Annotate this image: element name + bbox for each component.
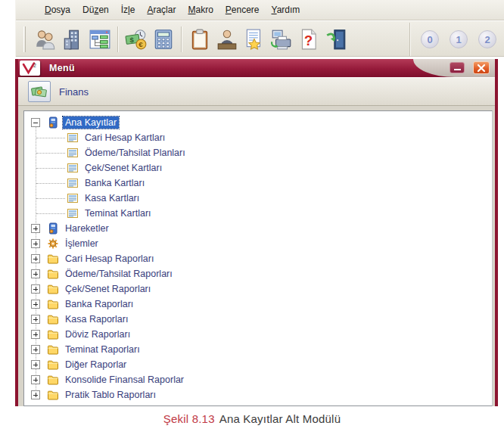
svg-text:?: ? [304, 33, 313, 48]
tree-item-ana-kayitlar[interactable]: Ana Kayıtlar [24, 115, 492, 130]
expand-toggle[interactable] [31, 118, 40, 127]
tree-item-pratik-tablo-raporlari[interactable]: Pratik Tablo Raporları [24, 387, 492, 402]
finans-bar: Finans [18, 77, 495, 106]
building-button[interactable] [59, 26, 86, 53]
folder-icon [47, 253, 59, 265]
folder-icon [47, 313, 59, 325]
money-icon [31, 84, 48, 99]
tree-item-cek-senet-kartlari[interactable]: Çek/Senet Kartları [24, 160, 492, 176]
tree-item-banka-kartlari[interactable]: Banka Kartları [24, 176, 492, 191]
tree-item-label: Teminat Kartları [82, 207, 154, 219]
tree-item-label: Döviz Raporları [63, 328, 132, 340]
users-button[interactable] [32, 26, 59, 53]
folder-icon [47, 283, 59, 295]
menu-item-pencere[interactable]: Pencere [219, 2, 266, 18]
menu-tree: Ana KayıtlarCari Hesap KartlarıÖdeme/Tah… [23, 110, 493, 406]
reception-icon [216, 28, 238, 51]
gear-icon [47, 238, 59, 250]
calculator-button[interactable] [150, 26, 177, 53]
toolbar-grip[interactable] [23, 26, 26, 52]
tree-item-odeme-tahsilat-planlari[interactable]: Ödeme/Tahsilat Planları [24, 145, 492, 160]
expand-toggle[interactable] [31, 375, 40, 384]
calculator-icon [152, 28, 175, 51]
svg-text:2: 2 [33, 63, 36, 68]
tree-item-diger-raporlar[interactable]: Diğer Raporlar [24, 357, 492, 372]
tree-item-odeme-tahsilat-raporlari[interactable]: Ödeme/Tahsilat Raporları [24, 266, 492, 281]
titlebar[interactable]: 2 Menü [18, 59, 495, 77]
menu-item-dosya[interactable]: Dosya [39, 2, 76, 18]
tree-item-label: Teminat Raporları [63, 343, 142, 356]
minimize-button[interactable] [450, 62, 465, 73]
menubar: DosyaDüzenİzleAraçlarMakroPencereYardım [16, 0, 504, 20]
reception-button[interactable] [213, 26, 241, 53]
expand-toggle[interactable] [31, 239, 40, 248]
window-slot-button-1[interactable]: 1 [450, 30, 468, 48]
tree-item-i-slemler[interactable]: İşlemler [24, 236, 492, 251]
finans-module-button[interactable] [28, 81, 51, 102]
tree-item-kasa-kartlari[interactable]: Kasa Kartları [24, 191, 492, 206]
module-icon [47, 222, 59, 235]
expand-toggle[interactable] [31, 315, 40, 324]
svg-text:€: € [138, 40, 143, 48]
tree-item-label: Kasa Raporları [63, 313, 130, 325]
tree-connector-line [36, 213, 65, 214]
tree-item-konsolide-finansal-raporlar[interactable]: Konsolide Finansal Raporlar [24, 372, 492, 387]
org-window-button[interactable] [86, 26, 114, 53]
expand-toggle[interactable] [31, 224, 40, 233]
expand-toggle[interactable] [31, 330, 40, 339]
menu-item-makro[interactable]: Makro [182, 2, 219, 18]
menu-item-yardim[interactable]: Yardım [266, 2, 306, 18]
folder-icon [47, 389, 59, 401]
document-star-button[interactable] [241, 26, 268, 53]
tree-item-label: Çek/Senet Kartları [82, 162, 164, 174]
close-icon [477, 64, 486, 73]
menu-item-araclar[interactable]: Araçlar [141, 2, 182, 18]
folder-icon [47, 343, 59, 356]
window-slot-button-0[interactable]: 0 [421, 30, 439, 48]
tree-item-label: Kasa Kartları [82, 192, 142, 204]
card-icon [67, 147, 79, 159]
tree-item-teminat-raporlari[interactable]: Teminat Raporları [24, 342, 492, 357]
exit-door-icon [325, 28, 347, 51]
building-icon [61, 28, 84, 51]
expand-toggle[interactable] [31, 390, 40, 399]
tree-item-label: Cari Hesap Raporları [63, 253, 156, 265]
expand-toggle[interactable] [31, 284, 40, 294]
tree-item-cek-senet-raporlari[interactable]: Çek/Senet Raporları [24, 281, 492, 297]
menu-item-i-zle[interactable]: İzle [115, 2, 142, 18]
window-switcher: 012 [409, 23, 504, 56]
menu-item-duzen[interactable]: Düzen [76, 2, 115, 18]
tree-item-label: Ana Kayıtlar [63, 117, 119, 129]
folder-icon [47, 374, 59, 386]
tree-item-cari-hesap-raporlari[interactable]: Cari Hesap Raporları [24, 251, 492, 266]
tree-item-doviz-raporlari[interactable]: Döviz Raporları [24, 327, 492, 342]
tree-item-kasa-raporlari[interactable]: Kasa Raporları [24, 312, 492, 327]
tree-item-label: Konsolide Finansal Raporlar [63, 374, 186, 386]
exit-door-button[interactable] [322, 26, 350, 53]
help-button[interactable]: ? [295, 26, 322, 53]
tree-connector-line [36, 168, 65, 169]
clipboard-button[interactable] [186, 26, 213, 53]
card-icon [67, 177, 79, 189]
application-chrome: DosyaDüzenİzleAraçlarMakroPencereYardım … [15, 0, 504, 57]
tree-connector-line [36, 198, 65, 199]
print-fax-button[interactable] [268, 26, 295, 53]
tree-item-teminat-kartlari[interactable]: Teminat Kartları [24, 206, 492, 221]
tree-item-label: Pratik Tablo Raporları [63, 389, 158, 401]
currency-clock-button[interactable]: $€ [123, 26, 150, 53]
tree-item-label: Ödeme/Tahsilat Planları [82, 147, 188, 159]
close-button[interactable] [473, 61, 490, 74]
window-slot-button-2[interactable]: 2 [478, 30, 496, 48]
expand-toggle[interactable] [31, 360, 40, 369]
tree-item-hareketler[interactable]: Hareketler [24, 221, 492, 236]
tree-item-label: Banka Raporları [63, 298, 135, 310]
expand-toggle[interactable] [31, 345, 40, 354]
tree-item-label: İşlemler [63, 238, 101, 250]
card-icon [67, 162, 79, 174]
org-window-icon [89, 28, 111, 51]
expand-toggle[interactable] [31, 300, 40, 309]
tree-item-banka-raporlari[interactable]: Banka Raporları [24, 297, 492, 312]
tree-item-cari-hesap-kartlari[interactable]: Cari Hesap Kartları [24, 130, 492, 145]
expand-toggle[interactable] [31, 269, 40, 278]
expand-toggle[interactable] [31, 254, 40, 263]
